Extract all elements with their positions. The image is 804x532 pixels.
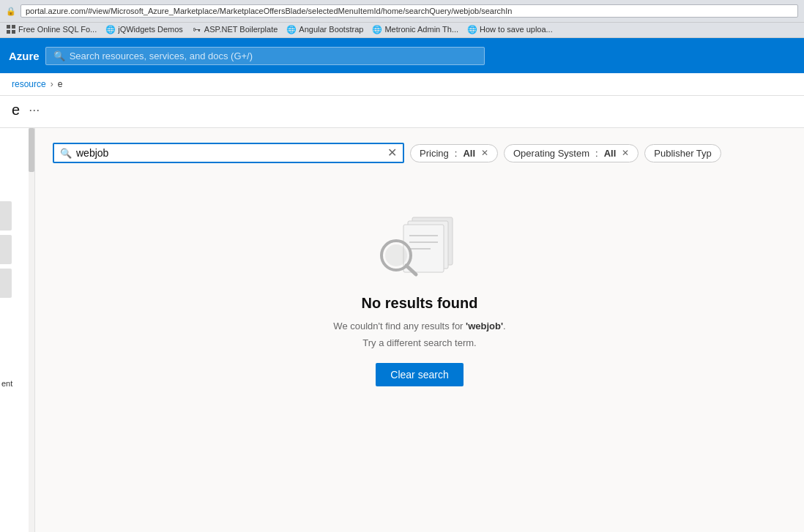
svg-rect-3	[12, 30, 15, 34]
bookmark-asp[interactable]: 🗝 ASP.NET Boilerplate	[192, 24, 278, 34]
scrollbar-track[interactable]	[29, 128, 34, 532]
filter-os-close-icon[interactable]: ✕	[622, 148, 629, 158]
azure-search-icon: 🔍	[53, 50, 65, 61]
breadcrumb: resource › e	[0, 73, 804, 96]
bookmark-angular-icon: 🌐	[286, 24, 297, 34]
bookmarks-bar: Free Online SQL Fo... 🌐 jQWidgets Demos …	[0, 23, 804, 38]
marketplace-search-box[interactable]: 🔍 ✕	[53, 143, 404, 163]
bookmark-sql-icon	[6, 24, 16, 34]
no-results-container: No results found We couldn't find any re…	[53, 181, 786, 386]
bookmark-angular-label: Angular Bootstrap	[299, 25, 363, 34]
azure-global-search[interactable]: 🔍	[45, 47, 485, 65]
bookmark-upload-label: How to save uploa...	[480, 25, 553, 34]
azure-logo: Azure	[9, 50, 40, 62]
filter-publisher-label: Publisher Typ	[654, 148, 712, 159]
page-title: e	[12, 102, 20, 119]
sidebar-collapsed-item-2[interactable]	[0, 235, 12, 264]
filter-pricing-close-icon[interactable]: ✕	[481, 148, 488, 158]
sidebar-ent-label: ent	[1, 379, 12, 388]
search-filters-row: 🔍 ✕ Pricing : All ✕ Operating System : A…	[53, 143, 786, 163]
try-different-text: Try a different search term.	[362, 337, 476, 348]
no-results-search-term: 'webjob'	[466, 321, 503, 331]
svg-point-11	[385, 244, 407, 266]
azure-search-input[interactable]	[70, 50, 477, 61]
bookmark-angular[interactable]: 🌐 Angular Bootstrap	[286, 24, 363, 34]
no-results-suffix: .	[503, 321, 506, 331]
bookmark-upload[interactable]: 🌐 How to save uploa...	[467, 24, 553, 34]
clear-search-button[interactable]: Clear search	[376, 363, 463, 386]
browser-bar: 🔒 portal.azure.com/#view/Microsoft_Azure…	[0, 0, 804, 23]
filter-os-value: All	[604, 148, 617, 159]
filter-pricing-pill[interactable]: Pricing : All ✕	[410, 144, 498, 162]
azure-header: Azure 🔍	[0, 38, 804, 73]
svg-rect-0	[7, 25, 10, 29]
page-header: e ···	[0, 96, 804, 128]
bookmark-metronic-label: Metronic Admin Th...	[384, 25, 458, 34]
svg-rect-1	[12, 25, 15, 29]
filter-os-separator: :	[595, 148, 598, 159]
filter-pricing-value: All	[463, 148, 475, 159]
marketplace-search-input[interactable]	[76, 147, 383, 159]
bookmark-upload-icon: 🌐	[467, 24, 477, 34]
no-results-illustration	[376, 210, 464, 283]
main-layout: ent 🔍 ✕ Pricing : All ✕ Operating System	[0, 128, 804, 532]
clear-search-x-icon[interactable]: ✕	[387, 147, 397, 159]
bookmark-sql[interactable]: Free Online SQL Fo...	[6, 24, 97, 34]
no-results-prefix: We couldn't find any results for	[333, 321, 466, 331]
no-results-subtitle: We couldn't find any results for 'webjob…	[333, 321, 505, 331]
breadcrumb-resource[interactable]: resource	[12, 79, 46, 89]
marketplace-search-icon: 🔍	[60, 148, 72, 159]
filter-pricing-separator: :	[455, 148, 458, 159]
url-bar[interactable]: portal.azure.com/#view/Microsoft_Azure_M…	[21, 4, 798, 18]
svg-rect-2	[7, 30, 10, 34]
bookmark-jq[interactable]: 🌐 jQWidgets Demos	[105, 24, 183, 34]
sidebar-collapsed-item-3[interactable]	[0, 269, 12, 298]
breadcrumb-current: e	[58, 79, 63, 89]
bookmark-metronic[interactable]: 🌐 Metronic Admin Th...	[372, 24, 458, 34]
bookmark-jq-label: jQWidgets Demos	[118, 25, 183, 34]
scrollbar-thumb[interactable]	[29, 128, 34, 172]
sidebar-label-ent[interactable]: ent	[1, 378, 12, 389]
no-results-title: No results found	[362, 295, 478, 312]
filter-pricing-label: Pricing	[420, 148, 449, 159]
sidebar-collapsed-items	[0, 201, 12, 301]
bookmark-sql-label: Free Online SQL Fo...	[18, 25, 97, 34]
more-options-icon[interactable]: ···	[29, 102, 40, 118]
left-sidebar: ent	[0, 128, 35, 532]
bookmark-asp-icon: 🗝	[192, 24, 202, 34]
content-area: 🔍 ✕ Pricing : All ✕ Operating System : A…	[35, 128, 804, 532]
sidebar-collapsed-item-1[interactable]	[0, 201, 12, 231]
filter-os-label: Operating System	[513, 148, 589, 159]
breadcrumb-separator: ›	[51, 79, 53, 89]
bookmark-asp-label: ASP.NET Boilerplate	[204, 25, 278, 34]
bookmark-jq-icon: 🌐	[105, 24, 116, 34]
lock-icon: 🔒	[6, 7, 16, 16]
filter-publisher-pill[interactable]: Publisher Typ	[644, 144, 721, 162]
filter-os-pill[interactable]: Operating System : All ✕	[504, 144, 639, 162]
bookmark-metronic-icon: 🌐	[372, 24, 382, 34]
